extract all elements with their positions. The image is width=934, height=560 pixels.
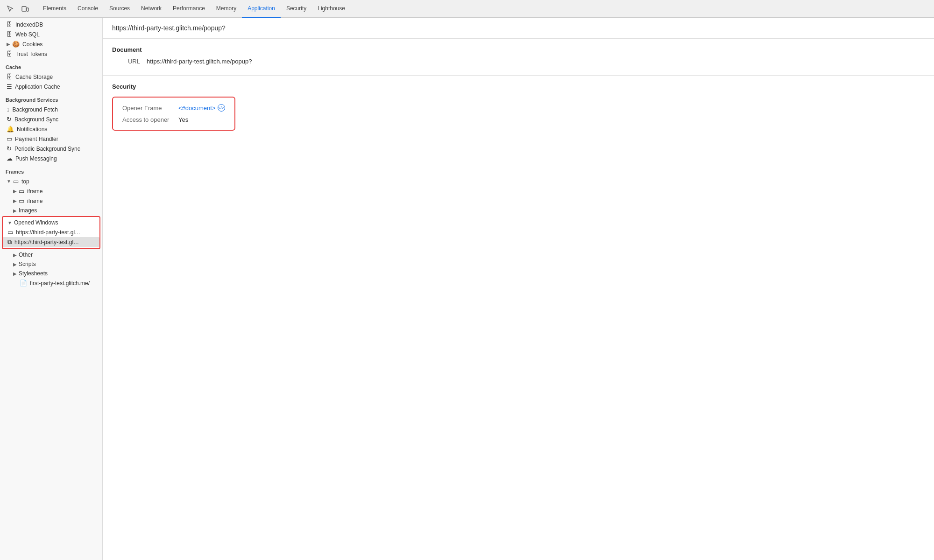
document-section: Document URL https://third-party-test.gl… <box>103 39 934 76</box>
notifications-icon: 🔔 <box>7 126 14 133</box>
expand-arrow-top: ▼ <box>7 179 11 184</box>
device-toggle-icon[interactable] <box>19 2 32 15</box>
code-icon: </> <box>218 104 225 112</box>
sidebar-item-window1[interactable]: ▭ https://third-party-test.glitch. <box>3 227 99 237</box>
trust-icon: 🗄 <box>7 50 13 57</box>
frame-icon-top: ▭ <box>13 178 19 185</box>
cookie-icon: 🍪 <box>12 41 20 48</box>
sidebar-item-first-party[interactable]: 📄 first-party-test.glitch.me/ <box>0 278 102 288</box>
frames-section-header: Frames <box>0 165 102 176</box>
access-opener-field: Access to opener Yes <box>122 116 225 123</box>
opener-frame-link[interactable]: <#document> </> <box>178 104 225 112</box>
expand-arrow-cookies: ▶ <box>7 42 10 47</box>
opener-frame-field: Opener Frame <#document> </> <box>122 104 225 112</box>
tab-console[interactable]: Console <box>72 0 104 18</box>
security-card: Opener Frame <#document> </> Access to o… <box>112 97 235 131</box>
cache-storage-icon: 🗄 <box>7 73 13 80</box>
periodic-sync-icon: ↻ <box>7 145 12 152</box>
push-icon: ☁ <box>7 155 13 162</box>
page-url: https://third-party-test.glitch.me/popup… <box>112 24 226 32</box>
sidebar-item-window2[interactable]: ⧉ https://third-party-test.glitch. <box>3 237 99 247</box>
access-opener-value: Yes <box>178 116 188 123</box>
sidebar-item-app-cache[interactable]: ☰ Application Cache <box>0 82 102 91</box>
sidebar-item-bg-fetch[interactable]: ↕ Background Fetch <box>0 105 102 114</box>
tab-security[interactable]: Security <box>281 0 312 18</box>
sidebar-item-other[interactable]: ▶ Other <box>0 250 102 259</box>
tab-network[interactable]: Network <box>135 0 167 18</box>
sidebar-item-indexeddb[interactable]: 🗄 IndexedDB <box>0 20 102 29</box>
opened-windows-group: ▼ Opened Windows ▭ https://third-party-t… <box>2 216 100 249</box>
tab-memory[interactable]: Memory <box>211 0 242 18</box>
expand-arrow-images: ▶ <box>13 208 17 213</box>
expand-arrow-iframe2: ▶ <box>13 198 17 203</box>
sidebar-item-periodic-sync[interactable]: ↻ Periodic Background Sync <box>0 144 102 154</box>
security-heading: Security <box>112 83 925 90</box>
expand-arrow-other: ▶ <box>13 252 17 258</box>
sidebar-item-push-messaging[interactable]: ☁ Push Messaging <box>0 154 102 163</box>
sidebar-item-opened-windows[interactable]: ▼ Opened Windows <box>3 218 99 227</box>
frame-icon-iframe1: ▭ <box>19 188 24 195</box>
svg-rect-0 <box>22 7 26 11</box>
sidebar-item-bg-sync[interactable]: ↻ Background Sync <box>0 114 102 124</box>
expand-arrow-opened-windows: ▼ <box>7 220 12 225</box>
document-heading: Document <box>112 46 925 53</box>
expand-arrow-scripts: ▶ <box>13 262 17 267</box>
bg-sync-icon: ↻ <box>7 116 12 123</box>
toolbar-icons <box>4 2 32 15</box>
window1-icon: ▭ <box>7 229 13 236</box>
tab-performance[interactable]: Performance <box>167 0 211 18</box>
tab-bar: Elements Console Sources Network Perform… <box>0 0 934 18</box>
cache-section-header: Cache <box>0 61 102 72</box>
sidebar-item-cache-storage[interactable]: 🗄 Cache Storage <box>0 72 102 82</box>
database-icon2: 🗄 <box>7 31 13 38</box>
file-icon: 📄 <box>20 280 27 287</box>
sidebar-item-images[interactable]: ▶ Images <box>0 206 102 215</box>
bg-fetch-icon: ↕ <box>7 106 10 113</box>
frame-icon-iframe2: ▭ <box>19 197 24 204</box>
sidebar-item-cookies[interactable]: ▶ 🍪 Cookies <box>0 39 102 49</box>
bg-services-header: Background Services <box>0 93 102 105</box>
sidebar-item-iframe2[interactable]: ▶ ▭ iframe <box>0 196 102 206</box>
sidebar-item-websql[interactable]: 🗄 Web SQL <box>0 29 102 39</box>
tab-elements[interactable]: Elements <box>37 0 72 18</box>
svg-rect-1 <box>27 8 28 11</box>
sidebar-item-scripts[interactable]: ▶ Scripts <box>0 259 102 269</box>
sidebar-item-trust-tokens[interactable]: 🗄 Trust Tokens <box>0 49 102 59</box>
security-section: Security Opener Frame <#document> </> Ac… <box>103 76 934 138</box>
url-label: URL <box>112 58 140 65</box>
content-panel: https://third-party-test.glitch.me/popup… <box>103 18 934 560</box>
expand-arrow-stylesheets: ▶ <box>13 271 17 276</box>
payment-icon: ▭ <box>7 135 12 142</box>
database-icon: 🗄 <box>7 21 13 28</box>
sidebar-item-iframe1[interactable]: ▶ ▭ iframe <box>0 186 102 196</box>
tab-lighthouse[interactable]: Lighthouse <box>312 0 351 18</box>
opener-frame-link-text: <#document> <box>178 105 216 112</box>
access-opener-label: Access to opener <box>122 116 178 123</box>
expand-arrow-iframe1: ▶ <box>13 189 17 194</box>
content-url-bar: https://third-party-test.glitch.me/popup… <box>103 18 934 39</box>
sidebar: 🗄 IndexedDB 🗄 Web SQL ▶ 🍪 Cookies 🗄 Trus… <box>0 18 103 560</box>
sidebar-item-stylesheets[interactable]: ▶ Stylesheets <box>0 269 102 278</box>
tab-sources[interactable]: Sources <box>104 0 135 18</box>
inspect-icon[interactable] <box>4 2 17 15</box>
app-cache-icon: ☰ <box>7 83 12 90</box>
url-value: https://third-party-test.glitch.me/popup… <box>147 58 252 65</box>
sidebar-item-top[interactable]: ▼ ▭ top <box>0 176 102 186</box>
main-layout: 🗄 IndexedDB 🗄 Web SQL ▶ 🍪 Cookies 🗄 Trus… <box>0 18 934 560</box>
sidebar-item-notifications[interactable]: 🔔 Notifications <box>0 124 102 134</box>
sidebar-item-payment-handler[interactable]: ▭ Payment Handler <box>0 134 102 144</box>
opener-frame-label: Opener Frame <box>122 105 178 112</box>
tab-application[interactable]: Application <box>242 0 281 18</box>
url-field-row: URL https://third-party-test.glitch.me/p… <box>112 58 925 65</box>
window2-icon: ⧉ <box>7 238 12 246</box>
